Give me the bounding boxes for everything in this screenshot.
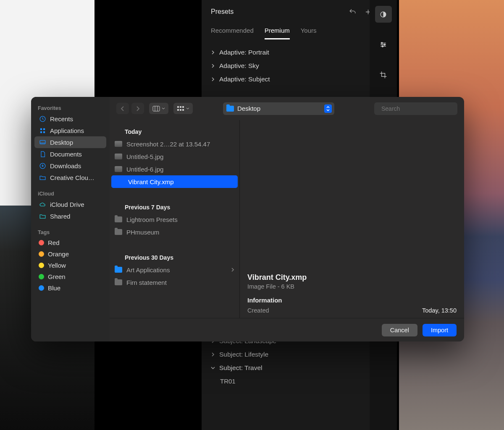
sidebar-item-label: Recents (50, 115, 73, 122)
down-icon (39, 162, 46, 169)
preset-group[interactable]: Adaptive: Subject (202, 73, 397, 86)
folder-icon (115, 279, 122, 285)
preset-item[interactable]: TR01 (202, 375, 397, 388)
presets-title: Presets (211, 8, 234, 16)
sidebar-item-recents[interactable]: Recents (34, 113, 106, 125)
sidebar-section-header: Tags (34, 227, 106, 237)
svg-rect-17 (180, 106, 181, 108)
apps-icon (39, 127, 46, 134)
sidebar-item-label: iCloud Drive (50, 201, 84, 208)
folder-icon (39, 174, 46, 181)
file-row[interactable]: Vibrant City.xmp (111, 175, 238, 188)
tag-dot-icon (39, 251, 44, 257)
svg-point-5 (381, 42, 383, 43)
file-row[interactable]: Firn statement (110, 276, 239, 289)
svg-point-7 (382, 45, 383, 47)
file-row[interactable]: Screenshot 2…22 at 13.54.47 (110, 138, 239, 150)
search-field[interactable] (374, 102, 457, 115)
preview-filename: Vibrant City.xmp (247, 273, 457, 282)
undo-icon[interactable] (349, 8, 357, 16)
preset-group[interactable]: Adaptive: Sky (202, 59, 397, 73)
image-icon (115, 141, 122, 147)
sidebar-item-applications[interactable]: Applications (34, 125, 106, 136)
tag-dot-icon (39, 274, 44, 279)
file-row[interactable]: Art Applications (110, 263, 239, 276)
preset-group[interactable]: Adaptive: Portrait (202, 46, 397, 59)
cloud-icon (39, 201, 46, 208)
desktop-icon (39, 138, 46, 146)
cancel-button[interactable]: Cancel (382, 324, 417, 336)
tag-dot-icon (39, 285, 44, 291)
file-name: Screenshot 2…22 at 13.54.47 (126, 141, 210, 148)
tab-recommended[interactable]: Recommended (211, 27, 254, 39)
group-by-button[interactable] (173, 103, 193, 114)
file-name: Firn statement (126, 279, 167, 286)
tab-yours[interactable]: Yours (301, 27, 317, 39)
file-icon (116, 179, 124, 185)
svg-rect-21 (182, 109, 184, 111)
folder-icon (226, 106, 234, 112)
back-button[interactable] (116, 103, 129, 114)
forward-button[interactable] (131, 103, 144, 114)
tag-dot-icon (39, 240, 44, 245)
search-input[interactable] (381, 105, 455, 112)
sidebar-item-documents[interactable]: Documents (34, 148, 106, 160)
svg-rect-15 (153, 106, 160, 111)
svg-rect-11 (40, 131, 42, 133)
sidebar-item-blue[interactable]: Blue (34, 282, 106, 294)
tab-premium[interactable]: Premium (265, 27, 290, 39)
sidebar-item-icloud-drive[interactable]: iCloud Drive (34, 198, 106, 210)
file-row[interactable]: PHmuseum (110, 226, 239, 238)
svg-rect-20 (180, 109, 181, 111)
updown-icon (324, 104, 332, 113)
sidebar-item-label: Desktop (50, 139, 73, 146)
image-icon (115, 154, 122, 159)
file-name: Untitled-6.jpg (126, 166, 163, 173)
sidebar-item-yellow[interactable]: Yellow (34, 260, 106, 271)
sidebar-item-label: Documents (50, 151, 82, 158)
file-row[interactable]: Untitled-5.jpg (110, 150, 239, 163)
sidebar-item-green[interactable]: Green (34, 271, 106, 282)
sidebar-section-header: Favorites (34, 103, 106, 113)
sliders-icon[interactable] (375, 36, 392, 53)
sidebar-item-red[interactable]: Red (34, 237, 106, 248)
svg-rect-9 (40, 128, 42, 130)
file-row[interactable]: Lightroom Presets (110, 213, 239, 226)
folder-icon (115, 229, 122, 235)
preview-info-header: Information (247, 297, 457, 304)
sidebar-item-label: Red (48, 239, 60, 246)
sidebar-item-desktop[interactable]: Desktop (34, 136, 106, 148)
crop-icon[interactable] (375, 66, 392, 83)
file-name: Art Applications (126, 266, 170, 274)
sidebar-item-downloads[interactable]: Downloads (34, 160, 106, 172)
preset-group-expanded[interactable]: Subject: Travel (202, 361, 397, 375)
sidebar-section-header: iCloud (34, 188, 106, 198)
sidebar-item-orange[interactable]: Orange (34, 248, 106, 260)
file-dialog: FavoritesRecentsApplicationsDesktopDocum… (31, 97, 464, 341)
file-name: PHmuseum (126, 229, 159, 236)
preview-created-label: Created (247, 307, 269, 314)
svg-point-6 (384, 44, 385, 45)
location-label: Desktop (237, 105, 321, 112)
file-row[interactable]: Untitled-6.jpg (110, 163, 239, 175)
masking-tool-icon[interactable] (375, 6, 392, 23)
sidebar-item-label: Downloads (50, 162, 81, 169)
location-dropdown[interactable]: Desktop (223, 102, 334, 115)
preview-pane: Vibrant City.xmp Image File - 6 KB Infor… (240, 120, 464, 318)
svg-rect-12 (43, 131, 45, 133)
preset-group[interactable]: Subject: Lifestyle (202, 348, 397, 361)
sidebar-item-label: Applications (50, 127, 84, 134)
sidebar-item-label: Green (48, 273, 66, 280)
sidebar-item-creative-clou-[interactable]: Creative Clou… (34, 172, 106, 183)
sidebar-item-label: Creative Clou… (50, 174, 94, 181)
shared-icon (39, 212, 46, 220)
import-button[interactable]: Import (423, 324, 457, 336)
image-icon (115, 166, 122, 172)
folder-icon (115, 267, 122, 273)
view-columns-button[interactable] (149, 103, 168, 114)
sidebar-item-shared[interactable]: Shared (34, 210, 106, 222)
presets-tabs: Recommended Premium Yours (202, 27, 397, 40)
file-name: Lightroom Presets (126, 216, 178, 223)
file-list: TodayScreenshot 2…22 at 13.54.47Untitled… (110, 120, 240, 318)
svg-rect-19 (177, 109, 179, 111)
